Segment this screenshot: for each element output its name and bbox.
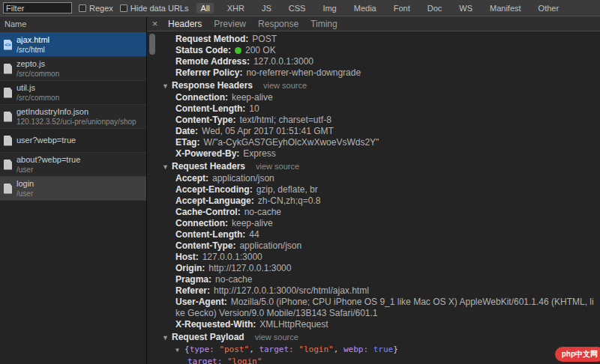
resource-type-filters: AllXHRJSCSSImgMediaFontDocWSManifestOthe… — [196, 3, 562, 13]
request-row[interactable]: util.js /src/common — [0, 81, 146, 105]
filter-chip-css[interactable]: CSS — [285, 3, 310, 13]
header-key: Remote Address: — [176, 56, 250, 67]
header-value: gzip, deflate, br — [256, 184, 318, 195]
close-details-icon[interactable]: × — [149, 16, 160, 31]
request-row[interactable]: getIndustryInfo.json 120.132.3.52/uci-pr… — [0, 105, 146, 129]
name-column-header[interactable]: Name — [0, 16, 146, 33]
filter-chip-all[interactable]: All — [196, 3, 213, 13]
filter-chip-font[interactable]: Font — [390, 3, 414, 13]
collapse-arrow-icon[interactable]: ▼ — [162, 162, 172, 173]
devtools-network-panel: Regex Hide data URLs AllXHRJSCSSImgMedia… — [0, 0, 600, 364]
request-row[interactable]: user?webp=true — [0, 129, 146, 153]
hide-data-urls-checkbox[interactable] — [120, 4, 128, 12]
view-source-button[interactable]: view source — [256, 162, 299, 171]
file-icon — [4, 112, 12, 122]
tab-preview[interactable]: Preview — [208, 18, 252, 30]
header-key: Origin: — [176, 263, 205, 273]
scrollbar-thumb[interactable] — [149, 34, 155, 55]
header-entry: Content-Length:44 — [162, 229, 594, 240]
regex-checkbox-group[interactable]: Regex — [79, 4, 113, 13]
request-row[interactable]: about?webp=true /user — [0, 153, 146, 177]
request-row[interactable]: login /user — [0, 177, 146, 201]
header-value: XMLHttpRequest — [260, 319, 328, 330]
tab-headers[interactable]: Headers — [162, 18, 208, 30]
tab-response[interactable]: Response — [252, 18, 304, 30]
header-key: Content-Type: — [176, 240, 236, 251]
header-value: 44 — [249, 229, 259, 240]
filter-chip-ws[interactable]: WS — [455, 3, 476, 13]
header-key: User-Agent: — [176, 297, 227, 307]
request-name: zepto.js — [16, 59, 59, 69]
collapse-arrow-icon[interactable]: ▼ — [162, 81, 172, 92]
header-value: W/"a-CykGAS7GEyhOlcXwXwoeVsWds2Y" — [203, 137, 379, 148]
file-icon — [4, 136, 12, 146]
header-entry: Connection:keep-alive — [162, 92, 594, 103]
request-path: 120.132.3.52/uci-pre/unionpay/shop — [16, 117, 136, 127]
section-title: Response Headers — [172, 80, 253, 91]
header-entry: X-Requested-With:XMLHttpRequest — [162, 319, 594, 330]
header-key: Cache-Control: — [176, 207, 241, 217]
header-key: Date: — [176, 126, 198, 136]
header-value: no-cache — [244, 207, 281, 217]
hide-data-urls-checkbox-group[interactable]: Hide data URLs — [120, 4, 189, 13]
header-value: application/json — [239, 240, 302, 251]
header-value: http://127.0.0.1:3000/src/html/ajax.html — [214, 285, 369, 296]
request-path: /user — [16, 165, 80, 175]
header-key: Pragma: — [176, 274, 212, 285]
view-source-button[interactable]: view source — [263, 81, 307, 90]
header-value: keep-alive — [232, 92, 273, 103]
header-key: Referrer Policy: — [176, 67, 242, 78]
headers-content: Request Method:POSTStatus Code:200 OKRem… — [147, 31, 600, 364]
view-source-button[interactable]: view source — [255, 333, 298, 342]
request-name: user?webp=true — [16, 136, 76, 145]
request-path: /src/html — [16, 45, 50, 55]
header-key: Content-Type: — [176, 115, 236, 125]
filter-chip-media[interactable]: Media — [350, 3, 380, 13]
header-value: POST — [252, 34, 277, 44]
header-value: no-referrer-when-downgrade — [246, 67, 361, 78]
filter-chip-other[interactable]: Other — [535, 3, 563, 13]
header-value: 127.0.0.1:3000 — [254, 56, 314, 67]
regex-checkbox[interactable] — [79, 4, 86, 12]
request-name: login — [16, 179, 34, 189]
filter-chip-js[interactable]: JS — [258, 3, 275, 13]
request-name: util.js — [16, 83, 59, 93]
request-row[interactable]: ajax.html /src/html — [0, 33, 146, 57]
request-path: /src/common — [16, 93, 59, 103]
header-key: Content-Length: — [176, 229, 245, 240]
file-icon — [4, 183, 12, 194]
header-entry: Content-Type:text/html; charset=utf-8 — [162, 115, 594, 126]
header-entry: Remote Address:127.0.0.1:3000 — [162, 56, 594, 67]
filter-chip-doc[interactable]: Doc — [424, 3, 446, 13]
header-key: Connection: — [176, 218, 228, 228]
collapse-arrow-icon[interactable]: ▼ — [176, 345, 184, 356]
request-row[interactable]: zepto.js /src/common — [0, 57, 146, 81]
header-key: Request Method: — [176, 34, 248, 44]
header-value: 200 OK — [245, 45, 276, 55]
payload-value: "login" — [298, 345, 333, 354]
header-value: http://127.0.0.1:3000 — [208, 263, 291, 273]
details-tabbar: × HeadersPreviewResponseTiming — [147, 16, 600, 31]
request-name: getIndustryInfo.json — [16, 107, 136, 117]
filter-chip-xhr[interactable]: XHR — [224, 3, 248, 13]
header-key: Status Code: — [176, 45, 231, 55]
header-value: 10 — [249, 103, 259, 114]
header-value: Wed, 05 Apr 2017 01:51:41 GMT — [202, 126, 334, 136]
payload-summary[interactable]: ▼{type: "post", target: "login", webp: t… — [162, 344, 594, 356]
filter-chip-manifest[interactable]: Manifest — [486, 3, 525, 13]
php-cn-watermark-logo: php中文网 — [555, 347, 600, 362]
tab-timing[interactable]: Timing — [304, 18, 344, 30]
request-payload-section: ▼Request Payloadview source ▼{type: "pos… — [162, 332, 594, 364]
status-dot-icon — [235, 47, 242, 54]
request-name: about?webp=true — [16, 155, 80, 165]
collapse-arrow-icon[interactable]: ▼ — [162, 333, 172, 344]
filter-input[interactable] — [3, 2, 72, 13]
header-key: Accept-Language: — [176, 195, 254, 206]
response-headers-section: ▼Response Headersview source Connection:… — [162, 80, 594, 160]
details-scrollbar[interactable] — [149, 33, 155, 363]
header-entry: Accept-Encoding:gzip, deflate, br — [162, 184, 594, 195]
request-headers-section: ▼Request Headersview source Accept:appli… — [162, 161, 594, 330]
filter-chip-img[interactable]: Img — [319, 3, 340, 13]
header-key: Host: — [176, 252, 199, 262]
header-entry: Content-Type:application/json — [162, 240, 594, 252]
